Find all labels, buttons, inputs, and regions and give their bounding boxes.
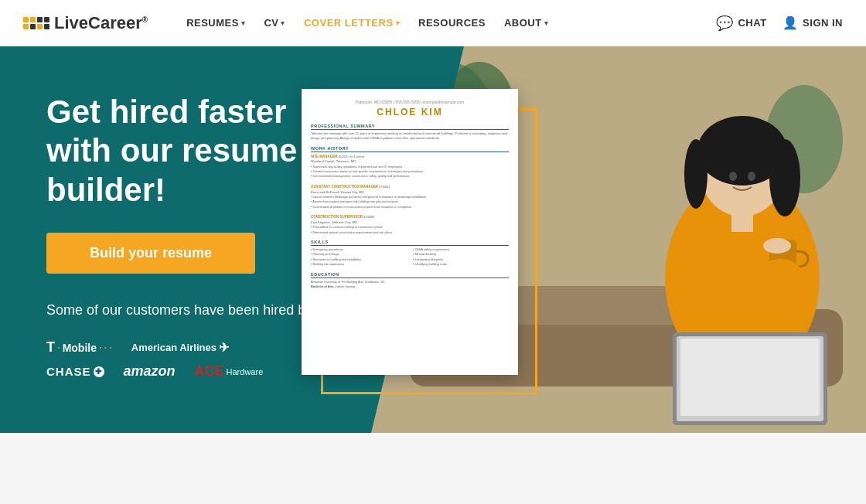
chevron-down-icon: ▾ (544, 19, 549, 27)
svg-point-19 (763, 238, 791, 254)
logo-dots-icon (23, 17, 49, 29)
svg-point-13 (748, 172, 755, 181)
navbar: LiveCareer® RESUMES ▾ CV ▾ COVER LETTERS… (0, 0, 866, 46)
resume-section-summary: PROFESSIONAL SUMMARY Talented site manag… (311, 124, 509, 141)
resume-decoration: Patterson, MO 63956 | 555-555-5555 | exa… (302, 89, 518, 375)
section-content-work: SITE MANAGER 01/2017 to Current Westland… (311, 154, 509, 235)
logo-dot (23, 24, 29, 29)
logo-dot (44, 24, 49, 29)
amazon-logo: amazon (124, 363, 176, 380)
logo-dot (23, 17, 29, 22)
resume-section-skills: SKILLS • Emergency procedures • OSHA saf… (311, 240, 509, 267)
hero-section: Get hired faster with our resume builder… (0, 46, 866, 433)
t-mobile-logo: T · Mobile · · · (46, 339, 112, 356)
chase-logo: CHASE ✚ (46, 365, 104, 378)
section-title-skills: SKILLS (311, 240, 509, 246)
logo-dot (37, 17, 43, 22)
resume-contact: Patterson, MO 63956 | 555-555-5555 | exa… (311, 100, 509, 104)
svg-point-18 (762, 259, 800, 282)
logo-dot (30, 24, 36, 29)
section-title-summary: PROFESSIONAL SUMMARY (311, 124, 509, 130)
logo-dot (30, 17, 36, 22)
american-airlines-logo: American Airlines ✈ (131, 340, 229, 355)
nav-links: RESUMES ▾ CV ▾ COVER LETTERS ▾ RESOURCES… (179, 12, 716, 33)
sign-in-button[interactable]: 👤 SIGN IN (782, 15, 843, 30)
svg-point-11 (684, 139, 707, 209)
section-content-skills: • Emergency procedures • OSHA safety req… (311, 247, 509, 267)
resume-section-education: EDUCATION American University of The Bui… (311, 272, 509, 290)
logo-row-2: CHASE ✚ amazon ACE Hardware (46, 363, 325, 380)
ace-hardware-logo: ACE Hardware (195, 363, 264, 380)
resume-name: CHLOE KIM (311, 107, 509, 117)
svg-rect-20 (680, 339, 820, 416)
build-resume-button[interactable]: Build your resume (46, 233, 255, 274)
chevron-down-icon: ▾ (281, 19, 285, 27)
logo[interactable]: LiveCareer® (23, 13, 148, 33)
chat-icon: 💬 (716, 15, 734, 32)
nav-right: 💬 CHAT 👤 SIGN IN (716, 15, 843, 32)
chat-button[interactable]: 💬 CHAT (716, 15, 767, 32)
nav-item-cover-letters[interactable]: COVER LETTERS ▾ (296, 12, 407, 33)
nav-item-resumes[interactable]: RESUMES ▾ (179, 12, 253, 33)
person-icon: 👤 (782, 15, 799, 30)
section-content-summary: Talented site manager with over 11 years… (311, 131, 509, 141)
svg-rect-14 (731, 209, 753, 232)
hero-title: Get hired faster with our resume builder… (46, 93, 325, 209)
customers-text: Some of our customers have been hired by… (46, 301, 325, 320)
chevron-down-icon: ▾ (241, 19, 246, 27)
logo-dot (37, 24, 43, 29)
svg-point-12 (729, 172, 737, 181)
chevron-down-icon: ▾ (396, 19, 401, 27)
nav-item-resources[interactable]: RESOURCES (411, 12, 493, 33)
section-title-work: WORK HISTORY (311, 146, 509, 152)
company-logos: T · Mobile · · · American Airlines ✈ CHA… (46, 339, 325, 380)
section-title-education: EDUCATION (311, 272, 509, 278)
svg-point-10 (769, 139, 800, 216)
resume-card: Patterson, MO 63956 | 555-555-5555 | exa… (302, 89, 518, 375)
logo-dot (44, 17, 49, 22)
nav-item-cv[interactable]: CV ▾ (256, 12, 293, 33)
logo-row-1: T · Mobile · · · American Airlines ✈ (46, 339, 325, 356)
section-content-education: American University of The Building Arts… (311, 280, 509, 290)
brand-name: LiveCareer® (54, 13, 148, 33)
nav-item-about[interactable]: ABOUT ▾ (496, 12, 556, 33)
bottom-section (0, 433, 866, 502)
resume-section-work: WORK HISTORY SITE MANAGER 01/2017 to Cur… (311, 146, 509, 235)
